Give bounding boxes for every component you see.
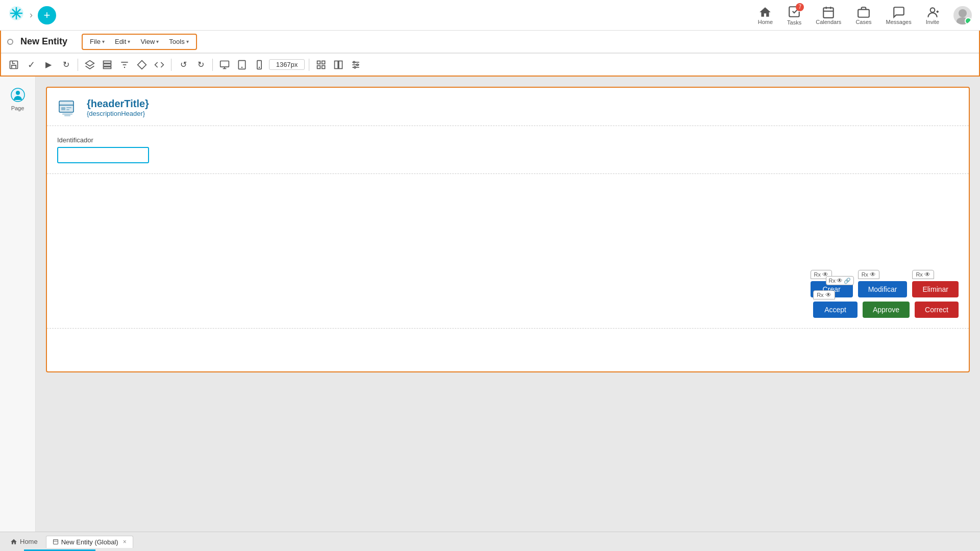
adjust-icon[interactable] [348,57,363,72]
sidebar-page-button[interactable]: Page [7,83,29,115]
svg-rect-19 [104,64,111,66]
nav-messages-label: Messages [886,19,912,25]
nav-calendars-label: Calendars [816,19,841,25]
header-desc: {descriptionHeader} [87,110,149,117]
svg-rect-35 [335,61,338,68]
nav-invite-label: Invite [926,19,939,25]
toolbar-sep-1 [78,59,78,71]
svg-point-42 [354,66,356,68]
desktop-icon[interactable] [217,57,232,72]
add-new-button[interactable]: + [38,6,56,24]
svg-point-11 [930,8,935,12]
correct-button[interactable]: Correct [915,302,959,318]
save-all-icon[interactable] [6,57,21,72]
header-title: {headerTitle} [87,98,149,110]
refresh-icon[interactable]: ↻ [58,57,74,72]
accept-btn-wrapper: Rx 👁 Accept [813,302,857,318]
svg-rect-6 [824,8,834,18]
svg-rect-36 [339,61,342,68]
nav-cases-icon[interactable]: Cases [855,6,871,25]
svg-rect-18 [104,61,111,63]
svg-point-14 [959,9,967,17]
canvas-container: {headerTitle} {descriptionHeader} Identi… [36,77,980,533]
entity-title: New Entity [20,36,67,47]
check-icon[interactable]: ✓ [23,57,39,72]
identificador-label: Identificador [57,136,959,144]
identificador-input[interactable] [57,147,149,163]
user-avatar[interactable] [953,6,972,24]
rx-tag-crear-alt: Rx 👁 🔗 [826,276,854,285]
layers-icon[interactable] [82,57,97,72]
nav-invite-icon[interactable]: Invite [926,6,939,25]
entity-header: {headerTitle} {descriptionHeader} [47,88,969,126]
code-icon[interactable] [152,57,167,72]
file-chevron: ▾ [102,39,105,44]
toolbar: ✓ ▶ ↻ ↺ ↻ 1367px [1,53,979,76]
pixel-width-display: 1367px [269,59,305,70]
nav-calendars-icon[interactable]: Calendars [816,6,841,25]
svg-point-5 [15,12,18,15]
svg-point-44 [16,91,20,95]
svg-rect-50 [66,107,71,108]
view-chevron: ▾ [156,39,159,44]
svg-rect-24 [220,61,229,67]
nav-messages-icon[interactable]: Messages [886,6,912,25]
menu-bar-bordered: File ▾ Edit ▾ View ▾ Tools ▾ [82,34,197,50]
rx-tag-accept: Rx 👁 [813,290,835,299]
toolbar-sep-4 [309,59,309,71]
svg-rect-54 [53,540,58,544]
nav-expand-arrow[interactable]: › [30,10,33,20]
svg-rect-10 [858,9,869,17]
eliminar-button[interactable]: Eliminar [912,281,959,297]
svg-marker-17 [86,60,94,66]
tablet-icon[interactable] [234,57,250,72]
file-menu-bar: New Entity File ▾ Edit ▾ View ▾ Tools ▾ [1,31,979,53]
mobile-icon[interactable] [252,57,267,72]
svg-rect-20 [104,67,111,68]
redo-icon[interactable]: ↻ [193,57,208,72]
menus-toolbar-wrapper: New Entity File ▾ Edit ▾ View ▾ Tools ▾ [0,31,980,77]
rx-tag-eliminar: Rx 👁 [912,270,934,279]
svg-point-15 [957,17,969,24]
entity-header-icon [57,98,80,120]
filter-icon[interactable] [117,57,132,72]
play-icon[interactable]: ▶ [41,57,56,72]
view-menu[interactable]: View ▾ [135,36,164,47]
file-menu[interactable]: File ▾ [85,36,110,47]
nav-home-icon[interactable]: Home [758,6,773,25]
svg-rect-52 [62,113,72,115]
form-area: Identificador [47,126,969,174]
tab-home[interactable]: Home [4,536,44,547]
nav-tasks-icon[interactable]: 7 Tasks [787,5,801,26]
approve-button[interactable]: Approve [863,302,910,318]
accept-button[interactable]: Accept [813,302,857,318]
top-nav-bar: › + Home 7 Tasks Calendars Cases Message… [0,0,980,31]
entity-header-text: {headerTitle} {descriptionHeader} [87,98,149,117]
svg-point-40 [353,61,355,63]
eliminar-btn-wrapper: Rx 👁 Eliminar [912,281,959,297]
undo-icon[interactable]: ↺ [176,57,191,72]
columns-icon[interactable] [331,57,346,72]
tools-chevron: ▾ [186,39,189,44]
tab-close-icon[interactable]: × [123,538,127,545]
nav-cases-label: Cases [855,19,871,25]
edit-menu[interactable]: Edit ▾ [110,36,135,47]
middle-empty-zone [47,174,969,276]
diamond-icon[interactable] [134,57,150,72]
svg-rect-31 [317,61,321,64]
toolbar-sep-2 [171,59,172,71]
modificar-btn-wrapper: Rx 👁 Modificar [858,281,908,297]
rx-tag-modificar: Rx 👁 [858,270,879,279]
tab-home-label: Home [20,538,38,545]
canvas-bottom-spacer [47,329,969,354]
sidebar-page-label: Page [11,105,24,111]
stack-icon[interactable] [100,57,115,72]
left-sidebar: Page [0,77,36,533]
modificar-button[interactable]: Modificar [858,281,908,297]
app-logo[interactable] [8,5,24,25]
toolbar-sep-3 [212,59,213,71]
tab-entity[interactable]: New Entity (Global) × [46,536,133,548]
main-area: Page [0,77,980,533]
tools-menu[interactable]: Tools ▾ [164,36,193,47]
grid-icon[interactable] [313,57,329,72]
